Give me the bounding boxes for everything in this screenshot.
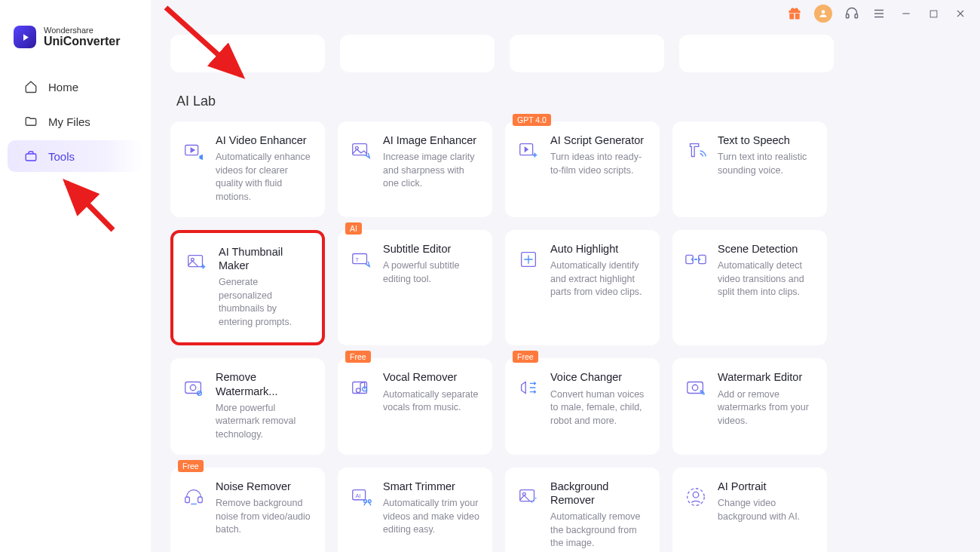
- thumbnail-icon: [184, 250, 210, 275]
- watermark-editor-icon: [683, 375, 709, 400]
- card-desc: Automatically identify and extract highl…: [550, 259, 649, 299]
- card-title: AI Video Enhancer: [216, 133, 314, 147]
- card-vocal-remover[interactable]: Free Vocal Remover Automatically separat…: [338, 358, 492, 455]
- svg-point-26: [356, 388, 360, 393]
- svg-rect-17: [353, 254, 367, 264]
- svg-rect-36: [520, 490, 534, 501]
- card-text-to-speech[interactable]: Text to Speech Turn text into realistic …: [672, 121, 827, 217]
- tools-grid: AI Video Enhancer Automatically enhance …: [170, 121, 980, 552]
- card-title: Text to Speech: [718, 133, 816, 147]
- card-desc: Automatically trim your videos and make …: [383, 497, 482, 537]
- card-title: Smart Trimmer: [383, 480, 482, 493]
- tool-card-placeholder[interactable]: [170, 35, 325, 72]
- noise-icon: [181, 484, 207, 510]
- badge-ai: AI: [345, 222, 362, 235]
- card-desc: Turn ideas into ready-to-film video scri…: [550, 151, 649, 177]
- toolbox-icon: [24, 149, 38, 163]
- maximize-button[interactable]: [926, 6, 941, 21]
- card-ai-script-generator[interactable]: GPT 4.0 AI Script Generator Turn ideas i…: [505, 121, 660, 217]
- app-logo: Wondershare UniConverter: [0, 15, 151, 65]
- svg-rect-8: [930, 11, 937, 17]
- card-ai-video-enhancer[interactable]: AI Video Enhancer Automatically enhance …: [170, 121, 325, 217]
- section-title-ai-lab: AI Lab: [176, 94, 980, 109]
- home-icon: [24, 80, 38, 94]
- card-title: Subtitle Editor: [383, 242, 482, 256]
- logo-icon: [14, 26, 36, 48]
- card-title: Background Remover: [550, 480, 649, 507]
- badge-free: Free: [178, 460, 204, 472]
- avatar[interactable]: [814, 5, 832, 23]
- card-ai-portrait[interactable]: AI Portrait Change video background with…: [672, 468, 827, 552]
- card-title: Voice Changer: [550, 370, 649, 384]
- card-ai-image-enhancer[interactable]: AI Image Enhancer Increase image clarity…: [338, 121, 492, 217]
- svg-text:AI: AI: [356, 492, 361, 499]
- tool-card-placeholder[interactable]: [340, 35, 495, 72]
- card-ai-thumbnail-maker[interactable]: AI Thumbnail Maker Generate personalized…: [170, 230, 325, 345]
- svg-rect-15: [188, 256, 203, 267]
- product-name: UniConverter: [44, 35, 120, 48]
- card-watermark-editor[interactable]: Watermark Editor Add or remove watermark…: [672, 358, 827, 455]
- svg-point-39: [693, 492, 699, 498]
- card-title: AI Portrait: [718, 480, 816, 493]
- card-subtitle-editor[interactable]: AI T Subtitle Editor A powerful subtitle…: [338, 230, 492, 345]
- card-voice-changer[interactable]: Free Voice Changer Convert human voices …: [505, 358, 660, 455]
- sidebar-item-label: Tools: [48, 150, 75, 163]
- card-title: Auto Highlight: [550, 242, 649, 256]
- sidebar-item-label: Home: [48, 81, 78, 94]
- card-smart-trimmer[interactable]: AI Smart Trimmer Automatically trim your…: [338, 468, 492, 552]
- card-remove-watermark[interactable]: Remove Watermark... More powerful waterm…: [170, 358, 325, 455]
- card-desc: Automatically remove the background from…: [550, 511, 649, 550]
- svg-rect-0: [26, 154, 36, 161]
- menu-icon[interactable]: [871, 6, 887, 21]
- card-background-remover[interactable]: Background Remover Automatically remove …: [505, 468, 660, 552]
- sidebar-item-label: My Files: [48, 115, 90, 128]
- highlight-icon: [516, 247, 541, 272]
- portrait-icon: [683, 484, 709, 510]
- scene-icon: [683, 247, 709, 272]
- svg-rect-12: [353, 144, 367, 155]
- card-desc: Convert human voices to male, female, ch…: [550, 388, 649, 428]
- folder-icon: [24, 115, 38, 128]
- card-desc: Remove background noise from video/audio…: [216, 497, 314, 537]
- svg-point-23: [190, 385, 196, 391]
- card-desc: Automatically enhance videos for clearer…: [216, 151, 314, 204]
- subtitle-icon: T: [348, 247, 374, 272]
- svg-rect-3: [855, 14, 857, 18]
- main-content: AI Lab AI Video Enhancer Automatically e…: [151, 0, 980, 552]
- tool-card-placeholder[interactable]: [679, 35, 834, 72]
- tool-card-placeholder[interactable]: [510, 35, 664, 72]
- sidebar-nav: Home My Files Tools: [0, 71, 151, 172]
- minimize-button[interactable]: [899, 6, 914, 21]
- sidebar-item-home[interactable]: Home: [8, 71, 143, 103]
- headset-icon[interactable]: [844, 6, 859, 21]
- card-title: AI Script Generator: [550, 133, 649, 147]
- sidebar-item-files[interactable]: My Files: [8, 106, 143, 137]
- card-desc: Add or remove watermarks from your video…: [718, 388, 816, 428]
- svg-point-38: [688, 489, 705, 506]
- card-title: AI Image Enhancer: [383, 133, 482, 147]
- svg-rect-2: [847, 14, 849, 18]
- card-auto-highlight[interactable]: Auto Highlight Automatically identify an…: [505, 230, 660, 345]
- card-title: Scene Detection: [718, 242, 816, 256]
- vocal-icon: [348, 375, 374, 400]
- image-enhance-icon: [348, 138, 374, 164]
- card-title: Vocal Remover: [383, 370, 482, 384]
- svg-rect-31: [198, 497, 203, 503]
- bg-remover-icon: [516, 484, 541, 510]
- card-desc: Change video background with AI.: [718, 497, 816, 523]
- svg-point-1: [822, 10, 825, 14]
- badge-free: Free: [345, 351, 371, 363]
- sidebar-item-tools[interactable]: Tools: [8, 140, 143, 172]
- titlebar: [151, 0, 980, 27]
- svg-point-29: [692, 385, 698, 391]
- card-scene-detection[interactable]: Scene Detection Automatically detect vid…: [672, 230, 827, 345]
- brand-name: Wondershare: [44, 26, 120, 35]
- tts-icon: [683, 138, 709, 164]
- badge-free: Free: [513, 351, 538, 363]
- card-desc: Generate personalized thumbnails by ente…: [219, 276, 311, 329]
- remove-watermark-icon: [181, 375, 207, 400]
- card-noise-remover[interactable]: Free Noise Remover Remove background noi…: [170, 468, 325, 552]
- gift-icon[interactable]: [787, 6, 802, 21]
- card-title: Remove Watermark...: [216, 370, 314, 397]
- close-button[interactable]: [953, 6, 968, 21]
